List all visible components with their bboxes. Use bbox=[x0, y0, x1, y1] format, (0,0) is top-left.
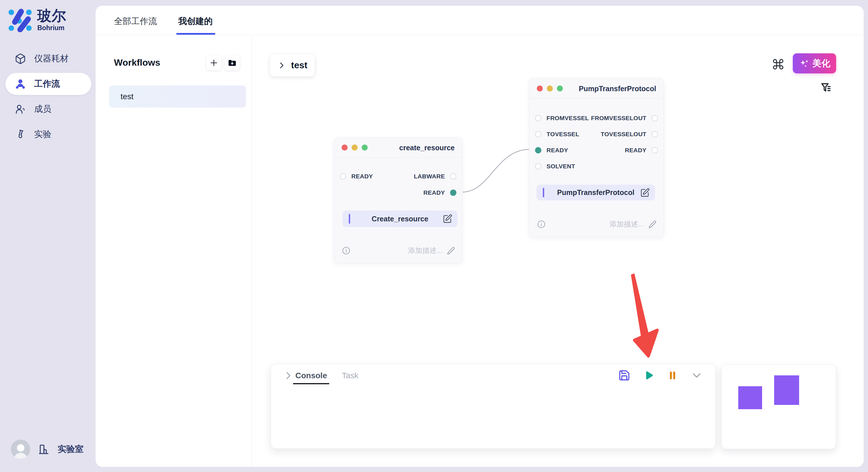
package-icon bbox=[14, 53, 26, 65]
port-tovessel-in[interactable]: TOVESSEL bbox=[535, 131, 579, 138]
node-create-resource[interactable]: create_resource READY LABWARE READY Crea… bbox=[334, 137, 462, 263]
save-button[interactable] bbox=[618, 369, 630, 381]
node-pump-transfer-protocol[interactable]: PumpTransferProtocol FROMVESSEL TOVESSEL… bbox=[529, 78, 664, 237]
minimap-node-rect bbox=[774, 375, 799, 405]
pill-cursor-bar bbox=[349, 214, 350, 224]
node-action-pill[interactable]: PumpTransferProtocol bbox=[536, 185, 655, 200]
port-circle-icon[interactable] bbox=[535, 131, 541, 137]
import-folder-button[interactable] bbox=[225, 55, 240, 70]
experiment-icon bbox=[14, 129, 26, 140]
tab-my-created[interactable]: 我创建的 bbox=[178, 15, 213, 27]
port-solvent-in[interactable]: SOLVENT bbox=[535, 163, 575, 170]
green-dot-icon bbox=[362, 144, 368, 150]
node-action-pill[interactable]: Create_resource bbox=[342, 210, 458, 227]
pill-cursor-bar bbox=[543, 188, 544, 197]
sidebar-item-workflow[interactable]: 工作流 bbox=[5, 73, 91, 95]
port-label: READY bbox=[547, 147, 568, 154]
edit-icon[interactable] bbox=[640, 188, 650, 198]
pencil-icon[interactable] bbox=[446, 246, 455, 255]
port-ready-out[interactable]: READY bbox=[423, 189, 456, 196]
port-circle-icon[interactable] bbox=[535, 163, 541, 169]
port-circle-icon[interactable] bbox=[652, 147, 658, 154]
yellow-dot-icon bbox=[547, 86, 553, 92]
brand-name-cn: 玻尔 bbox=[37, 8, 66, 24]
port-circle-filled-icon[interactable] bbox=[535, 147, 541, 154]
sidebar-item-label: 实验 bbox=[34, 129, 51, 140]
task-tab[interactable]: Task bbox=[342, 371, 359, 380]
green-dot-icon bbox=[557, 86, 563, 92]
port-ready-in[interactable]: READY bbox=[340, 173, 373, 180]
port-label: LABWARE bbox=[414, 173, 445, 180]
workflows-title: Workflows bbox=[114, 57, 160, 68]
port-circle-icon[interactable] bbox=[340, 173, 346, 179]
port-label: TOVESSEL bbox=[547, 131, 579, 138]
sparkles-icon bbox=[799, 58, 809, 69]
info-icon[interactable] bbox=[342, 246, 351, 255]
pencil-icon[interactable] bbox=[648, 220, 657, 229]
beautify-label: 美化 bbox=[813, 57, 830, 69]
node-header[interactable]: create_resource bbox=[334, 137, 462, 158]
bohrium-logo-icon bbox=[8, 8, 32, 32]
port-circle-filled-icon[interactable] bbox=[450, 190, 456, 196]
beautify-button[interactable]: 美化 bbox=[793, 53, 836, 73]
run-button[interactable] bbox=[642, 369, 654, 381]
active-tab-underline bbox=[176, 33, 215, 35]
sidebar-item-experiments[interactable]: 实验 bbox=[5, 123, 91, 145]
members-icon bbox=[14, 103, 26, 115]
sidebar-footer[interactable]: 实验室 bbox=[11, 440, 84, 459]
collapse-console-button[interactable] bbox=[691, 369, 703, 381]
yellow-dot-icon bbox=[352, 144, 358, 150]
minimap-node-rect bbox=[738, 386, 762, 409]
lab-label: 实验室 bbox=[58, 443, 84, 455]
port-tovesselout[interactable]: TOVESSELOUT bbox=[601, 131, 658, 138]
top-tabbar: 全部工作流 我创建的 bbox=[96, 6, 864, 35]
add-workflow-button[interactable] bbox=[206, 55, 221, 70]
node-title: create_resource bbox=[399, 144, 455, 152]
node-action-label: PumpTransferProtocol bbox=[536, 189, 655, 197]
avatar[interactable] bbox=[11, 440, 30, 459]
port-labware-out[interactable]: LABWARE bbox=[414, 173, 456, 180]
port-label: TOVESSELOUT bbox=[601, 131, 646, 138]
info-icon[interactable] bbox=[537, 220, 546, 229]
port-label: FROMVESSELOUT bbox=[591, 115, 646, 122]
plus-icon bbox=[210, 59, 218, 67]
filter-button[interactable] bbox=[818, 80, 835, 96]
sidebar-item-instruments[interactable]: 仪器耗材 bbox=[5, 47, 91, 70]
port-fromvessel-in[interactable]: FROMVESSEL bbox=[535, 115, 589, 122]
save-icon bbox=[618, 369, 630, 381]
description-placeholder: 添加描述... bbox=[408, 246, 443, 255]
canvas[interactable]: test 美化 bbox=[252, 35, 864, 467]
command-button[interactable] bbox=[771, 57, 786, 72]
port-circle-icon[interactable] bbox=[450, 173, 456, 179]
filter-icon bbox=[820, 81, 834, 95]
node-header[interactable]: PumpTransferProtocol bbox=[529, 78, 663, 99]
console-tab[interactable]: Console bbox=[296, 371, 327, 380]
description-placeholder: 添加描述... bbox=[609, 220, 644, 229]
chevron-right-icon[interactable] bbox=[283, 370, 293, 381]
breadcrumb-label: test bbox=[291, 60, 307, 71]
port-circle-icon[interactable] bbox=[652, 115, 658, 121]
node-title: PumpTransferProtocol bbox=[579, 85, 656, 93]
sidebar-item-label: 成员 bbox=[34, 103, 51, 115]
workflow-list-item-test[interactable]: test bbox=[109, 86, 246, 107]
port-circle-icon[interactable] bbox=[535, 115, 541, 121]
pause-button[interactable] bbox=[666, 369, 679, 381]
tab-all-workflows[interactable]: 全部工作流 bbox=[114, 15, 157, 27]
workflow-list-panel: Workflows test bbox=[96, 35, 252, 467]
add-description[interactable]: 添加描述... bbox=[408, 246, 455, 255]
edit-icon[interactable] bbox=[443, 214, 453, 224]
port-fromvesselout[interactable]: FROMVESSELOUT bbox=[591, 115, 658, 122]
node-action-label: Create_resource bbox=[342, 215, 458, 223]
workflow-icon bbox=[14, 78, 26, 90]
main-panel: 全部工作流 我创建的 Workflows test bbox=[96, 6, 864, 467]
sidebar-item-label: 仪器耗材 bbox=[34, 53, 69, 65]
minimap[interactable] bbox=[721, 365, 836, 449]
port-circle-icon[interactable] bbox=[652, 131, 658, 137]
sidebar-item-members[interactable]: 成员 bbox=[5, 98, 91, 120]
chevron-down-icon bbox=[691, 369, 703, 381]
port-label: READY bbox=[625, 147, 646, 154]
port-ready-in[interactable]: READY bbox=[535, 147, 568, 154]
canvas-breadcrumb[interactable]: test bbox=[270, 54, 315, 76]
port-ready-out[interactable]: READY bbox=[625, 147, 658, 154]
add-description[interactable]: 添加描述... bbox=[609, 220, 657, 229]
